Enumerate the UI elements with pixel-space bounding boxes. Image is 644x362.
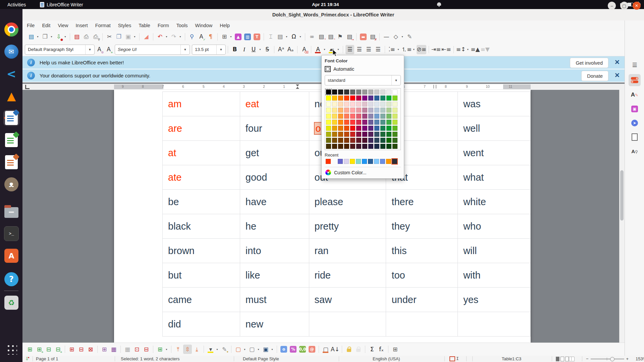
center-vertically-button[interactable]: ⇳ bbox=[183, 345, 192, 354]
insert-field-dropdown-icon[interactable]: ▼ bbox=[285, 32, 288, 42]
bold-button[interactable]: B bbox=[230, 45, 239, 54]
line-spacing-dropdown-icon[interactable]: ▼ bbox=[466, 45, 470, 54]
sidebar-tab-page[interactable] bbox=[629, 131, 641, 143]
table-cell[interactable]: under bbox=[386, 288, 458, 312]
track-changes-button[interactable]: ▤✗ bbox=[368, 32, 377, 42]
color-swatch[interactable] bbox=[380, 89, 385, 95]
border-color-dropdown-icon[interactable]: ▼ bbox=[270, 345, 274, 354]
undo-dropdown-icon[interactable]: ▼ bbox=[165, 32, 168, 42]
color-swatch[interactable] bbox=[344, 102, 349, 107]
tab-stop-selector[interactable] bbox=[25, 85, 30, 89]
insert-bookmark-button[interactable]: ⚑ bbox=[336, 32, 344, 42]
delete-column-button[interactable]: ⊟ bbox=[77, 345, 86, 354]
color-swatch[interactable] bbox=[326, 108, 331, 113]
color-swatch[interactable] bbox=[374, 114, 379, 119]
export-pdf-button[interactable]: ▤ bbox=[72, 32, 81, 42]
color-swatch[interactable] bbox=[356, 102, 361, 107]
dock-item-trash[interactable]: ♻ bbox=[3, 295, 19, 311]
automatic-color-option[interactable]: Automatic bbox=[325, 66, 401, 72]
table-cell[interactable]: white bbox=[458, 190, 531, 214]
unordered-list-button[interactable]: ⁚≡ bbox=[387, 45, 396, 54]
palette-select[interactable]: standard ▼ bbox=[325, 75, 401, 85]
dock-item-libreoffice-writer[interactable] bbox=[3, 110, 19, 126]
color-swatch[interactable] bbox=[338, 132, 343, 137]
table-cell[interactable]: eat bbox=[240, 92, 309, 116]
close-button[interactable]: ✕ bbox=[633, 2, 641, 10]
color-swatch[interactable] bbox=[386, 102, 391, 107]
clock[interactable]: Apr 21 19:34 bbox=[312, 0, 339, 9]
dock-item-app-grid[interactable] bbox=[3, 341, 19, 357]
new-document-dropdown-icon[interactable]: ▼ bbox=[36, 32, 40, 42]
color-swatch[interactable] bbox=[332, 102, 337, 107]
delete-table-button[interactable]: ⊠ bbox=[86, 345, 95, 354]
font-size-combobox[interactable]: 13.5 pt ▼ bbox=[192, 45, 226, 55]
paste-button[interactable]: ▣ bbox=[124, 32, 132, 42]
table-properties-button[interactable]: ⊞ bbox=[391, 345, 399, 354]
color-swatch[interactable] bbox=[392, 126, 397, 131]
color-swatch[interactable] bbox=[392, 102, 397, 107]
color-swatch[interactable] bbox=[338, 126, 343, 131]
update-style-button[interactable]: A⊘ bbox=[95, 45, 104, 54]
color-swatch[interactable] bbox=[338, 102, 343, 107]
special-character-button[interactable]: Ω bbox=[289, 32, 298, 42]
recent-color-swatch[interactable] bbox=[362, 159, 367, 164]
table-cell[interactable]: black bbox=[163, 214, 240, 239]
insert-table-button[interactable]: ⊞ bbox=[156, 345, 164, 354]
menu-table[interactable]: Table bbox=[136, 22, 153, 29]
page-number-field[interactable]: Page 1 of 1 bbox=[36, 356, 58, 362]
dock-item-libreoffice-calc[interactable] bbox=[3, 132, 19, 148]
recent-color-swatch[interactable] bbox=[380, 159, 385, 164]
language-field[interactable]: English (USA) bbox=[373, 356, 400, 362]
table-cell[interactable]: please bbox=[309, 190, 386, 214]
insert-table-dropdown-icon[interactable]: ▼ bbox=[229, 32, 233, 42]
insert-hyperlink-button[interactable]: ∞ bbox=[308, 32, 316, 42]
table-cell[interactable]: too bbox=[386, 263, 458, 288]
split-cells-button[interactable]: ▦ bbox=[109, 345, 118, 354]
color-swatch[interactable] bbox=[368, 132, 373, 137]
color-swatch[interactable] bbox=[392, 89, 397, 95]
color-swatch[interactable] bbox=[380, 108, 385, 113]
split-table-button[interactable]: ⊡ bbox=[132, 345, 141, 354]
multi-page-view-icon[interactable] bbox=[560, 357, 564, 361]
table-cell[interactable]: good bbox=[240, 165, 309, 190]
sum-button[interactable]: Σ bbox=[368, 345, 376, 354]
sidebar-tab-properties[interactable] bbox=[629, 74, 641, 86]
color-swatch[interactable] bbox=[356, 126, 361, 131]
table-cell[interactable]: pretty bbox=[309, 214, 386, 239]
formatting-marks-button[interactable]: ¶ bbox=[206, 32, 215, 42]
autoformat-button[interactable]: ✎✦ bbox=[220, 345, 229, 354]
table-cell[interactable] bbox=[309, 312, 386, 337]
color-swatch[interactable] bbox=[350, 114, 355, 119]
table-cell[interactable]: who bbox=[458, 214, 531, 239]
table-cell[interactable]: am bbox=[163, 92, 240, 116]
insert-row-below-button[interactable]: ⊞+ bbox=[35, 345, 44, 354]
color-swatch[interactable] bbox=[350, 120, 355, 125]
table-cell[interactable]: be bbox=[163, 190, 240, 214]
open-dropdown-icon[interactable]: ▼ bbox=[50, 32, 53, 42]
color-swatch[interactable] bbox=[368, 138, 373, 143]
color-swatch[interactable] bbox=[338, 108, 343, 113]
color-swatch[interactable] bbox=[356, 114, 361, 119]
color-swatch[interactable] bbox=[362, 144, 367, 149]
clone-formatting-button[interactable]: ◢ bbox=[142, 32, 151, 42]
color-swatch[interactable] bbox=[362, 132, 367, 137]
zoom-knob[interactable] bbox=[610, 357, 614, 361]
table-cell[interactable]: into bbox=[240, 239, 309, 263]
color-swatch[interactable] bbox=[344, 89, 349, 95]
table-cell[interactable]: are bbox=[163, 116, 240, 141]
dock-item-vscode[interactable]: < bbox=[3, 66, 19, 82]
color-swatch[interactable] bbox=[326, 89, 331, 95]
color-swatch[interactable] bbox=[380, 138, 385, 143]
paste-dropdown-icon[interactable]: ▼ bbox=[133, 32, 137, 42]
decrease-indent-button[interactable]: ⇤≡ bbox=[441, 45, 451, 54]
color-swatch[interactable] bbox=[374, 89, 379, 95]
border-style-dropdown-icon[interactable]: ▼ bbox=[257, 345, 260, 354]
delete-row-button[interactable]: ⊞ bbox=[67, 345, 76, 354]
menu-styles[interactable]: Styles bbox=[115, 22, 135, 29]
dock-item-vlc[interactable]: ▲ bbox=[3, 88, 19, 104]
menu-file[interactable]: File bbox=[24, 22, 38, 29]
ordered-list-button[interactable]: ⒈≡ bbox=[401, 45, 412, 54]
color-swatch[interactable] bbox=[362, 138, 367, 143]
color-swatch[interactable] bbox=[356, 132, 361, 137]
color-swatch[interactable] bbox=[368, 102, 373, 107]
